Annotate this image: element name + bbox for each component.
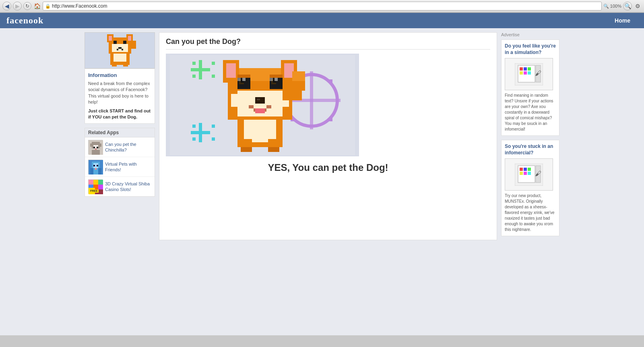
svg-rect-14: [112, 62, 117, 66]
ad-image-1[interactable]: 🖌: [505, 58, 553, 90]
svg-rect-117: [528, 172, 531, 175]
svg-rect-87: [237, 78, 241, 81]
settings-button[interactable]: ⚙: [634, 2, 642, 10]
svg-rect-30: [97, 165, 98, 166]
svg-rect-41: [98, 185, 103, 189]
main-dog-svg: [170, 55, 355, 156]
ad-text-2: Try our new product, MUNSTEx. Originally…: [505, 193, 556, 233]
svg-rect-11: [122, 49, 123, 50]
lock-icon: 🔒: [45, 4, 51, 9]
chinchilla-svg: [89, 140, 103, 155]
svg-rect-48: [212, 62, 215, 65]
svg-rect-102: [520, 67, 523, 71]
zoom-area: 🔍 100%: [603, 4, 621, 9]
site-header: facenook Home: [0, 13, 644, 28]
ad-title-1: Do you feel like you're in a simulation?: [505, 43, 556, 56]
svg-rect-61: [329, 79, 332, 83]
svg-rect-33: [98, 168, 101, 175]
list-item[interactable]: FREE 3D Crazy Virtual Shiba Casino Slots…: [85, 177, 155, 196]
back-button[interactable]: ◀: [2, 2, 11, 10]
svg-rect-10: [117, 49, 118, 50]
svg-rect-47: [192, 62, 196, 65]
svg-rect-7: [114, 41, 117, 44]
svg-rect-92: [266, 105, 271, 108]
sidebar-start-text: Just click START and find out if YOU can…: [88, 108, 151, 121]
svg-rect-34: [93, 170, 98, 175]
browser-chrome: ◀ ▶ ↻ 🏠 🔒 🔍 100% 🔍 ⚙: [0, 0, 644, 13]
svg-rect-15: [123, 62, 128, 66]
svg-rect-103: [524, 67, 527, 71]
svg-rect-13: [131, 41, 136, 46]
reload-button[interactable]: ↻: [23, 2, 31, 10]
related-apps-list: Can you pet the Chinchilla?: [85, 137, 155, 197]
ad-title-2: So you're stuck in an infomercial?: [505, 143, 556, 156]
svg-rect-107: [528, 71, 531, 75]
url-input[interactable]: [52, 3, 599, 9]
list-item[interactable]: Virtual Pets with Friends!: [85, 157, 155, 177]
site-nav: Home: [607, 14, 638, 27]
svg-rect-105: [520, 71, 523, 75]
ad-block-1: Do you feel like you're in a simulation?: [501, 39, 559, 136]
svg-rect-106: [524, 71, 527, 75]
chinchilla-app-label: Can you pet the Chinchilla?: [105, 141, 151, 153]
sidebar-dog-svg: [96, 33, 144, 68]
svg-rect-56: [212, 137, 215, 141]
svg-rect-29: [93, 165, 95, 166]
left-sidebar: Information Need a break from the comple…: [85, 32, 155, 240]
result-text: YES, You can pet the Dog!: [166, 162, 490, 173]
zoom-level: 100%: [610, 4, 621, 8]
right-sidebar: Advertise Do you feel like you're in a s…: [501, 32, 559, 240]
home-button[interactable]: 🏠: [33, 2, 41, 10]
nav-home[interactable]: Home: [607, 14, 638, 27]
chinchilla-icon: [88, 140, 103, 154]
ad-text-1: Find meaning in random text? Unsxre if y…: [505, 93, 556, 132]
svg-rect-114: [528, 168, 531, 171]
svg-rect-38: [98, 180, 103, 185]
svg-rect-116: [524, 172, 527, 175]
svg-rect-19: [90, 143, 93, 147]
browser-toolbar: ◀ ▶ ↻ 🏠 🔒 🔍 100% 🔍 ⚙: [0, 0, 644, 12]
ad-block-2: So you're stuck in an infomercial? 🖌: [501, 140, 559, 236]
svg-rect-86: [275, 78, 278, 81]
svg-text:🖌: 🖌: [535, 70, 541, 77]
svg-rect-115: [520, 172, 523, 175]
main-content: Can you pet the Dog?: [159, 32, 497, 240]
address-bar[interactable]: 🔒: [43, 2, 602, 10]
svg-rect-36: [89, 180, 93, 185]
free-badge: FREE: [89, 189, 99, 193]
svg-rect-77: [231, 94, 241, 107]
virtual-pets-svg: [89, 160, 103, 175]
svg-rect-16: [114, 54, 126, 62]
sidebar-info-text: Need a break from the complex social dyn…: [88, 81, 151, 106]
svg-rect-22: [93, 147, 95, 148]
svg-rect-104: [528, 67, 531, 71]
casino-icon: FREE: [88, 179, 103, 194]
svg-rect-9: [118, 47, 122, 49]
svg-rect-52: [191, 131, 210, 134]
svg-rect-24: [95, 148, 97, 150]
main-layout: Information Need a break from the comple…: [85, 28, 559, 244]
svg-rect-113: [524, 168, 527, 171]
svg-rect-8: [123, 41, 126, 44]
svg-rect-91: [249, 105, 254, 108]
magnify-button[interactable]: 🔍: [623, 2, 632, 10]
svg-rect-5: [128, 36, 131, 41]
related-apps-title: Related Apps: [85, 128, 155, 137]
forward-button[interactable]: ▶: [13, 2, 22, 10]
svg-rect-112: [520, 168, 523, 171]
list-item[interactable]: Can you pet the Chinchilla?: [85, 137, 155, 157]
sidebar-info-section: Information Need a break from the comple…: [85, 69, 155, 124]
svg-rect-31: [95, 168, 97, 170]
casino-app-label: 3D Crazy Virtual Shiba Casino Slots!: [105, 181, 151, 193]
ad-image-2[interactable]: 🖌: [505, 158, 553, 191]
zoom-icon: 🔍: [603, 4, 609, 9]
svg-rect-23: [97, 147, 98, 148]
svg-rect-96: [270, 75, 283, 78]
page-title: Can you pet the Dog?: [166, 37, 490, 50]
site-logo[interactable]: facenook: [6, 15, 43, 26]
svg-rect-37: [93, 180, 98, 185]
svg-rect-25: [92, 150, 100, 155]
svg-rect-88: [270, 78, 273, 81]
sidebar-info-title: Information: [88, 72, 151, 78]
svg-rect-49: [192, 75, 196, 78]
